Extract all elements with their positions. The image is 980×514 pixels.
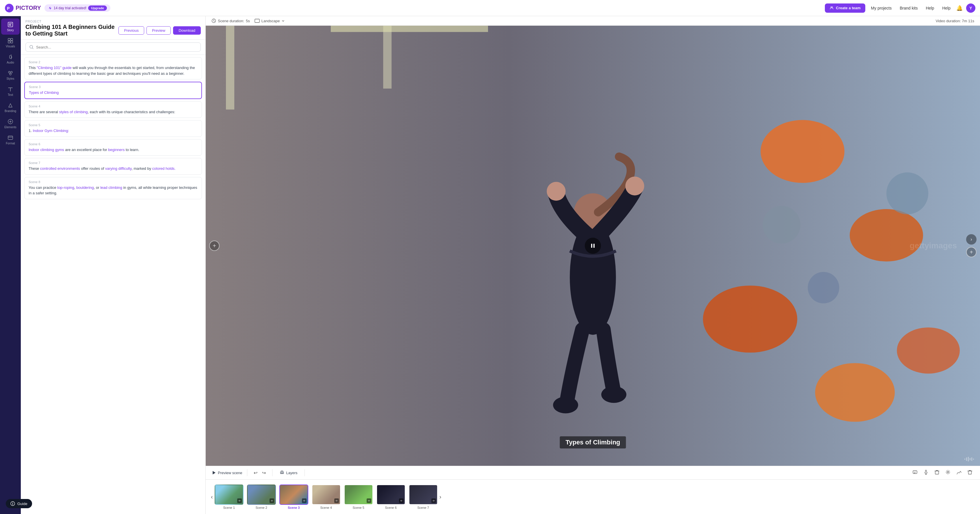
trash-button[interactable] [966, 468, 974, 477]
sidebar-item-format[interactable]: Format [1, 132, 20, 148]
add-scene-right[interactable]: › + [966, 234, 977, 257]
analytics-button[interactable] [955, 468, 963, 477]
previous-button[interactable]: Previous [118, 26, 144, 35]
voiceover-button[interactable] [922, 468, 930, 477]
search-input[interactable] [36, 45, 197, 49]
pause-button[interactable] [585, 238, 601, 254]
timeline-next[interactable]: › [438, 493, 443, 500]
scene-text: You can practice top-roping, bouldering,… [29, 185, 197, 196]
scene-card-8[interactable]: Scene 8 You can practice top-roping, bou… [24, 177, 202, 199]
scene-thumb-3[interactable] [279, 485, 308, 505]
search-bar [21, 40, 205, 55]
scene-link-2[interactable]: beginners [108, 148, 124, 152]
delete-scene-button[interactable] [932, 468, 941, 477]
scene-link[interactable]: Indoor climbing gyms [29, 148, 64, 152]
logo[interactable]: P PICTORY [5, 3, 41, 13]
scene-label-2: Scene 2 [255, 506, 267, 509]
nav-help-1[interactable]: Help [923, 6, 936, 10]
upgrade-button[interactable]: Upgrade [88, 5, 107, 11]
nav-my-projects[interactable]: My projects [869, 6, 894, 10]
nav-brand-kits[interactable]: Brand kits [897, 6, 920, 10]
undo-button[interactable]: ↩ [252, 469, 259, 477]
timeline-scene-2[interactable]: Scene 2 [247, 485, 276, 509]
notification-button[interactable]: 🔔 [956, 5, 963, 11]
settings-button[interactable] [943, 468, 952, 477]
sidebar-item-text[interactable]: Text [1, 83, 20, 99]
timeline-scene-7[interactable]: Scene 7 [409, 485, 438, 509]
chevron-down-icon [282, 19, 285, 22]
divider-3 [304, 469, 305, 476]
timeline-scene-4[interactable]: Scene 4 [312, 485, 340, 509]
sidebar-item-visuals[interactable]: Visuals [1, 35, 20, 51]
sidebar-item-styles[interactable]: Styles [1, 67, 20, 83]
scene-thumb-1[interactable] [215, 485, 243, 505]
scene-duration: Scene duration: 5s [212, 19, 250, 23]
svg-point-46 [947, 471, 949, 473]
svg-point-19 [703, 286, 797, 352]
scene-thumb-5[interactable] [344, 485, 373, 505]
video-preview: + › + gettyimages Types of Climbing [206, 26, 980, 466]
timeline-prev[interactable]: ‹ [209, 493, 215, 500]
scene-link-3[interactable]: lead climbing [100, 186, 122, 190]
svg-point-29 [553, 397, 578, 414]
scene-thumb-6[interactable] [377, 485, 405, 505]
nav-help-2[interactable]: Help [940, 6, 953, 10]
layers-button[interactable]: Layers [277, 469, 300, 476]
scene-card-6[interactable]: Scene 6 Indoor climbing gyms are an exce… [24, 139, 202, 156]
sidebar: Story Visuals Audio Styles [0, 16, 21, 514]
scene-link[interactable]: controlled environments [40, 167, 80, 171]
svg-rect-40 [971, 457, 972, 461]
scene-thumb-7[interactable] [409, 485, 438, 505]
sidebar-item-audio[interactable]: Audio [1, 51, 20, 67]
timeline: ‹ Scene 1 [206, 479, 980, 514]
add-scene-left[interactable]: + [209, 241, 220, 251]
audio-wave [964, 456, 975, 463]
layers-indicator [302, 498, 307, 503]
timeline-scene-5[interactable]: Scene 5 [344, 485, 373, 509]
scene-link[interactable]: Indoor Gym Climbing: [33, 128, 69, 133]
video-duration: Video duration: 7m 11s [936, 19, 974, 23]
scene-link[interactable]: top-roping [57, 186, 74, 190]
sidebar-item-audio-label: Audio [6, 61, 14, 64]
avatar[interactable]: Y [966, 3, 975, 13]
redo-button[interactable]: ↪ [260, 469, 267, 477]
create-team-button[interactable]: Create a team [825, 3, 865, 13]
next-arrow[interactable]: › [966, 234, 977, 244]
scene-text: 1. Indoor Gym Climbing: [29, 128, 197, 134]
preview-button[interactable]: Preview [146, 26, 171, 35]
scene-card-5[interactable]: Scene 5 1. Indoor Gym Climbing: [24, 120, 202, 137]
scene-label-3: Scene 3 [288, 506, 300, 509]
scene-label-5: Scene 5 [353, 506, 364, 509]
scene-link-2[interactable]: bouldering [76, 186, 94, 190]
landscape-select[interactable]: Landscape [255, 19, 285, 23]
scene-link-2[interactable]: varying difficulty [105, 167, 132, 171]
scene-link[interactable]: styles of climbing [59, 110, 88, 114]
scene-thumb-4[interactable] [312, 485, 340, 505]
guide-badge[interactable]: Guide [6, 499, 32, 508]
download-button[interactable]: Download [173, 26, 201, 35]
svg-rect-6 [11, 41, 13, 43]
timeline-scene-1[interactable]: Scene 1 [215, 485, 243, 509]
scene-link-3[interactable]: colored holds. [152, 167, 176, 171]
sidebar-item-elements[interactable]: Elements [1, 116, 20, 132]
layers-indicator [237, 498, 242, 503]
scene-card-2[interactable]: Scene 2 This "Climbing 101" guide will w… [24, 57, 202, 79]
preview-scene-button[interactable]: Preview scene [212, 470, 242, 475]
sidebar-item-story-label: Story [7, 29, 14, 32]
scene-card-3[interactable]: Scene 3 Types of Climbing [24, 82, 202, 99]
timeline-scene-3[interactable]: Scene 3 [279, 485, 308, 509]
scene-link[interactable]: "Climbing 101" guide [37, 65, 72, 70]
svg-point-17 [761, 120, 845, 183]
scene-thumb-2[interactable] [247, 485, 276, 505]
scene-card-7[interactable]: Scene 7 These controlled environments of… [24, 158, 202, 175]
scene-card-4[interactable]: Scene 4 There are several styles of clim… [24, 102, 202, 118]
scene-link[interactable]: Types of Climbing [29, 90, 59, 95]
subtitles-button[interactable] [911, 468, 920, 477]
sidebar-item-story[interactable]: Story [1, 19, 20, 35]
sidebar-item-branding[interactable]: Branding [1, 99, 20, 116]
svg-point-9 [10, 73, 11, 75]
svg-rect-32 [383, 26, 391, 89]
timeline-scenes: Scene 1 Scene 2 [215, 485, 438, 509]
svg-point-18 [850, 209, 923, 261]
timeline-scene-6[interactable]: Scene 6 [377, 485, 405, 509]
